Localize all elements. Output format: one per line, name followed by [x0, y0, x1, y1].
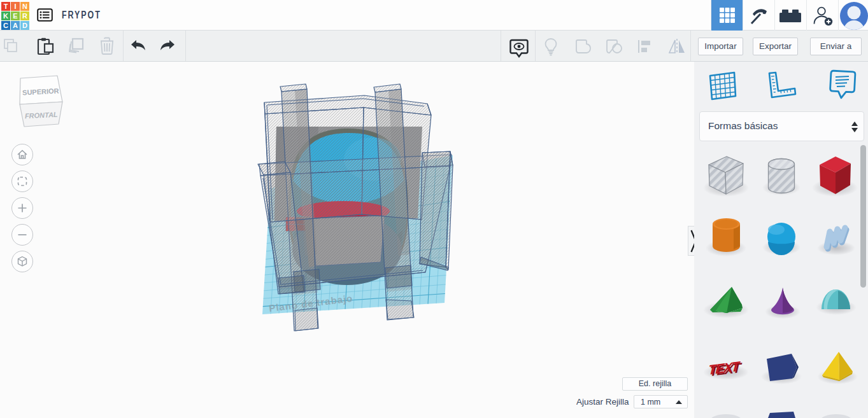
svg-text:N: N	[22, 3, 27, 10]
svg-text:E: E	[13, 12, 17, 20]
svg-text:T: T	[4, 3, 8, 10]
svg-text:I: I	[14, 3, 16, 10]
svg-text:D: D	[22, 22, 27, 29]
svg-text:R: R	[22, 12, 27, 20]
svg-text:K: K	[3, 12, 8, 20]
svg-text:C: C	[3, 22, 8, 29]
svg-text:A: A	[13, 22, 18, 29]
